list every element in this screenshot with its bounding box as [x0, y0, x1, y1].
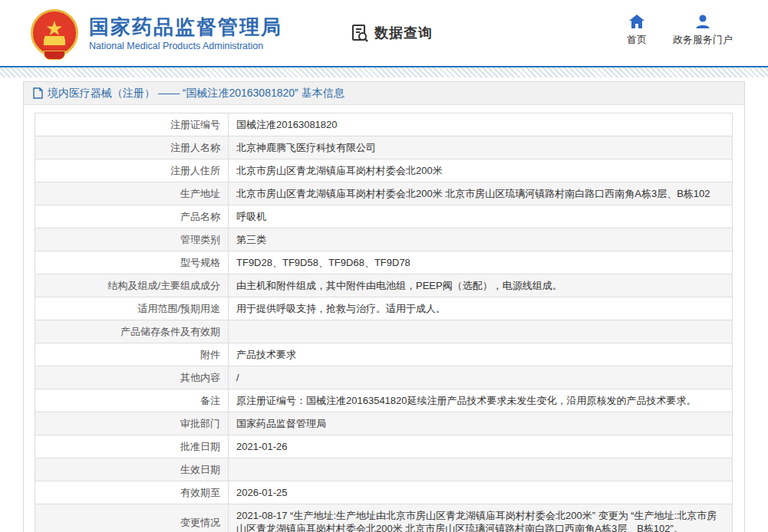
gov-portal-label: 政务服务门户: [673, 33, 733, 47]
table-row: 产品名称呼吸机: [35, 205, 733, 228]
detail-panel: 境内医疗器械（注册） —— “国械注准20163081820” 基本信息 注册证…: [23, 81, 745, 532]
national-emblem-logo: ★: [31, 9, 78, 57]
row-value: 原注册证编号：国械注准20163541820延续注册产品技术要求未发生变化，沿用…: [229, 389, 733, 412]
document-icon: [33, 87, 43, 99]
row-label: 适用范围/预期用途: [35, 297, 229, 320]
row-value: TF9D28、TF9D58、TF9D68、TF9D78: [229, 251, 733, 274]
table-row: 有效期至2026-01-25: [35, 481, 733, 504]
row-value: 2021-01-26: [229, 435, 733, 458]
row-value: [229, 458, 733, 481]
row-label: 型号规格: [35, 251, 229, 274]
table-row: 型号规格TF9D28、TF9D58、TF9D68、TF9D78: [35, 251, 733, 274]
row-value: 由主机和附件组成，其中附件由电池组，PEEP阀（选配），电源线组成。: [229, 274, 733, 297]
table-row: 产品储存条件及有效期: [35, 320, 733, 343]
row-value: 呼吸机: [229, 205, 733, 228]
table-row: 生效日期: [35, 458, 733, 481]
row-label: 生产地址: [35, 182, 229, 205]
row-label: 有效期至: [35, 481, 229, 504]
table-row: 结构及组成/主要组成成分由主机和附件组成，其中附件由电池组，PEEP阀（选配），…: [35, 274, 733, 297]
org-name-en: National Medical Products Administration: [89, 41, 282, 51]
row-label: 变更情况: [35, 504, 229, 532]
row-value: 国械注准20163081820: [229, 113, 733, 136]
data-query-nav[interactable]: 数据查询: [350, 23, 433, 43]
row-value: 北京市房山区青龙湖镇庙耳岗村村委会北200米: [229, 159, 733, 182]
row-value: 国家药品监督管理局: [229, 412, 733, 435]
row-label: 注册人名称: [35, 136, 229, 159]
gov-portal-nav[interactable]: 政务服务门户: [673, 14, 733, 47]
row-label: 注册人住所: [35, 159, 229, 182]
home-icon: [628, 14, 645, 29]
table-row: 备注原注册证编号：国械注准20163541820延续注册产品技术要求未发生变化，…: [35, 389, 733, 412]
row-label: 结构及组成/主要组成成分: [35, 274, 229, 297]
data-query-icon: [350, 23, 370, 43]
table-row: 变更情况2021-08-17 “生产地址:生产地址由北京市房山区青龙湖镇庙耳岗村…: [35, 504, 733, 532]
row-label: 产品名称: [35, 205, 229, 228]
row-value: 第三类: [229, 228, 733, 251]
org-names: 国家药品监督管理局 National Medical Products Admi…: [89, 15, 282, 51]
row-label: 生效日期: [35, 458, 229, 481]
table-row: 适用范围/预期用途用于提供呼吸支持，抢救与治疗。适用于成人。: [35, 297, 733, 320]
table-row: 审批部门国家药品监督管理局: [35, 412, 733, 435]
row-value: /: [229, 366, 733, 389]
row-label: 附件: [35, 343, 229, 366]
row-label: 其他内容: [35, 366, 229, 389]
row-label: 批准日期: [35, 435, 229, 458]
data-query-label: 数据查询: [374, 24, 433, 42]
row-value: 2021-08-17 “生产地址:生产地址由北京市房山区青龙湖镇庙耳岗村村委会北…: [229, 504, 733, 532]
row-label: 审批部门: [35, 412, 229, 435]
emblem-gate-shape: [44, 38, 65, 45]
row-label: 管理类别: [35, 228, 229, 251]
header-nav: 首页 政务服务门户: [627, 14, 733, 47]
table-row: 注册人住所北京市房山区青龙湖镇庙耳岗村村委会北200米: [35, 159, 733, 182]
site-header: ★ 国家药品监督管理局 National Medical Products Ad…: [0, 0, 768, 66]
table-row: 注册人名称北京神鹿腾飞医疗科技有限公司: [35, 136, 733, 159]
table-row: 注册证编号国械注准20163081820: [35, 113, 733, 136]
org-name-cn: 国家药品监督管理局: [89, 15, 282, 38]
row-label: 产品储存条件及有效期: [35, 320, 229, 343]
row-value: 北京市房山区青龙湖镇庙耳岗村村委会北200米 北京市房山区琉璃河镇路村南白路口西…: [229, 182, 733, 205]
row-value: 北京神鹿腾飞医疗科技有限公司: [229, 136, 733, 159]
home-label: 首页: [627, 33, 647, 47]
row-value: 产品技术要求: [229, 343, 733, 366]
row-value: 2026-01-25: [229, 481, 733, 504]
page-title: 境内医疗器械（注册） —— “国械注准20163081820” 基本信息: [48, 87, 344, 100]
table-row: 批准日期2021-01-26: [35, 435, 733, 458]
row-value: [229, 320, 733, 343]
registration-info-table: 注册证编号国械注准20163081820注册人名称北京神鹿腾飞医疗科技有限公司注…: [35, 113, 733, 532]
row-label: 注册证编号: [35, 113, 229, 136]
user-icon: [694, 14, 711, 29]
row-value: 用于提供呼吸支持，抢救与治疗。适用于成人。: [229, 297, 733, 320]
table-row: 其他内容/: [35, 366, 733, 389]
panel-titlebar: 境内医疗器械（注册） —— “国械注准20163081820” 基本信息: [24, 82, 744, 105]
hatch-stripe-band: [0, 67, 768, 77]
row-label: 备注: [35, 389, 229, 412]
info-table-body: 注册证编号国械注准20163081820注册人名称北京神鹿腾飞医疗科技有限公司注…: [35, 113, 733, 532]
emblem-star-icon: ★: [45, 18, 63, 38]
table-row: 管理类别第三类: [35, 228, 733, 251]
table-row: 生产地址北京市房山区青龙湖镇庙耳岗村村委会北200米 北京市房山区琉璃河镇路村南…: [35, 182, 733, 205]
table-row: 附件产品技术要求: [35, 343, 733, 366]
home-nav[interactable]: 首页: [627, 14, 647, 47]
